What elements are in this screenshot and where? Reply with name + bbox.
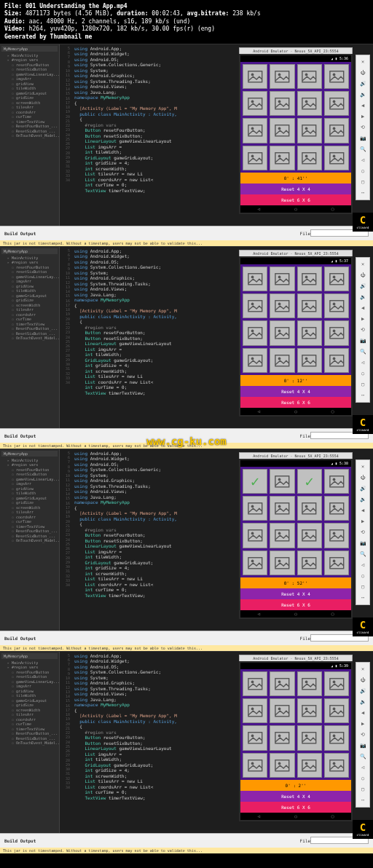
emulator-control[interactable]: ⏻ (359, 272, 366, 279)
recent-icon[interactable]: ▢ (331, 206, 334, 211)
memory-tile[interactable] (270, 469, 294, 494)
solution-explorer[interactable]: MyMemoryAppMainActivity#region varsreset… (0, 449, 60, 631)
emulator-control[interactable]: ◀ (359, 709, 366, 717)
solution-tab[interactable]: MyMemoryApp (1, 248, 58, 254)
emulator-control[interactable]: ⋯ (359, 594, 366, 601)
solution-explorer[interactable]: MyMemoryAppMainActivity#region varsreset… (0, 652, 60, 833)
reset-6x6-button[interactable]: Reset 6 X 6 (240, 599, 351, 610)
recent-icon[interactable]: ▢ (331, 409, 334, 414)
emulator-control[interactable]: ⏻ (359, 69, 366, 76)
emulator-control[interactable]: ✕ (359, 666, 366, 673)
emulator-control[interactable]: ⟲ (359, 529, 366, 536)
emulator-control[interactable]: 🔊 (359, 283, 366, 290)
emulator-control[interactable]: 📷 (359, 742, 366, 749)
build-output-panel[interactable]: Build Output File (0, 428, 373, 443)
build-output-panel[interactable]: Build Output File (0, 631, 373, 645)
emulator-control[interactable]: ○ (359, 572, 366, 580)
android-emulator[interactable]: ▮ 5:38 0' : 52'' Reset 4 X 4 Reset 6 X 6… (239, 459, 353, 619)
emulator-control[interactable]: ◀ (359, 507, 366, 514)
emulator-control[interactable]: ◁ (359, 157, 366, 164)
emulator-control[interactable]: 🔉 (359, 293, 366, 301)
memory-tile[interactable] (324, 753, 349, 778)
emulator-toolbar[interactable]: ✕⏻🔊🔉◀▶⟲📷🔍◁○▢⋯ (356, 55, 370, 200)
android-emulator[interactable]: ▮ 5:36 0' : 41'' Reset 4 X 4 Reset 6 X 6… (239, 54, 353, 214)
memory-tile[interactable] (270, 753, 294, 778)
memory-tile[interactable] (324, 320, 349, 345)
emulator-control[interactable]: ○ (359, 370, 366, 377)
emulator-control[interactable]: 🔊 (359, 687, 366, 695)
home-icon[interactable]: ○ (294, 206, 297, 211)
memory-tile[interactable] (243, 496, 267, 521)
memory-tile[interactable] (243, 698, 267, 723)
emulator-control[interactable]: ▶ (359, 720, 366, 727)
emulator-control[interactable]: 🔍 (359, 348, 366, 355)
emulator-control[interactable]: ▢ (359, 178, 366, 186)
android-emulator[interactable]: ▮ 5:39 0' : 2'' Reset 4 X 4 Reset 6 X 6 … (239, 661, 353, 821)
emulator-control[interactable]: 🔍 (359, 753, 366, 760)
memory-tile[interactable] (270, 551, 294, 575)
emulator-control[interactable]: ⋯ (359, 392, 366, 399)
memory-tile[interactable] (270, 496, 294, 521)
memory-tile[interactable] (297, 91, 322, 116)
tree-item[interactable]: OnTouchEvent_Model... (1, 538, 58, 543)
back-icon[interactable]: ◁ (258, 611, 261, 616)
emulator-control[interactable]: ◁ (359, 764, 366, 771)
memory-tile[interactable] (297, 146, 322, 170)
memory-tile[interactable] (243, 523, 267, 548)
memory-tile[interactable] (324, 146, 349, 170)
solution-tab[interactable]: MyMemoryApp (1, 653, 58, 659)
memory-tile[interactable] (243, 469, 267, 494)
memory-tile[interactable] (243, 725, 267, 750)
recent-icon[interactable]: ▢ (331, 813, 334, 818)
emulator-control[interactable]: ✕ (359, 58, 366, 66)
android-navbar[interactable]: ◁ ○ ▢ (240, 205, 351, 213)
emulator-control[interactable]: ✕ (359, 261, 366, 268)
emulator-control[interactable]: ▢ (359, 786, 366, 793)
home-icon[interactable]: ○ (294, 813, 297, 818)
back-icon[interactable]: ◁ (258, 206, 261, 211)
emulator-control[interactable]: 🔊 (359, 485, 366, 492)
memory-tile[interactable] (243, 91, 267, 116)
emulator-control[interactable]: ▶ (359, 315, 366, 323)
emulator-control[interactable]: 📷 (359, 337, 366, 344)
emulator-control[interactable]: 🔉 (359, 496, 366, 503)
reset-4x4-button[interactable]: Reset 4 X 4 (240, 791, 351, 802)
memory-tile[interactable] (324, 496, 349, 521)
memory-tile[interactable] (270, 64, 294, 89)
memory-tile[interactable] (297, 551, 322, 575)
android-navbar[interactable]: ◁ ○ ▢ (240, 813, 351, 820)
memory-tile[interactable] (297, 469, 322, 494)
emulator-control[interactable]: 📷 (359, 540, 366, 547)
emulator-control[interactable]: ▢ (359, 381, 366, 388)
memory-tile[interactable] (270, 146, 294, 170)
memory-tile[interactable] (297, 523, 322, 548)
recent-icon[interactable]: ▢ (331, 611, 334, 616)
back-icon[interactable]: ◁ (258, 813, 261, 818)
memory-tile[interactable] (324, 91, 349, 116)
memory-tile[interactable] (243, 267, 267, 291)
memory-tile[interactable] (243, 320, 267, 345)
home-icon[interactable]: ○ (294, 611, 297, 616)
memory-tile[interactable] (243, 671, 267, 696)
memory-tile[interactable] (324, 671, 349, 696)
memory-tile[interactable] (297, 118, 322, 143)
emulator-control[interactable]: ◁ (359, 561, 366, 569)
emulator-control[interactable]: ⏻ (359, 474, 366, 481)
android-navbar[interactable]: ◁ ○ ▢ (240, 408, 351, 415)
emulator-control[interactable]: ○ (359, 775, 366, 782)
build-output-panel[interactable]: Build Output File (0, 226, 373, 240)
memory-tile[interactable] (270, 118, 294, 143)
solution-tab[interactable]: MyMemoryApp (1, 46, 58, 52)
emulator-control[interactable]: 📷 (359, 135, 366, 142)
memory-tile[interactable] (270, 320, 294, 345)
emulator-control[interactable]: 🔉 (359, 698, 366, 706)
reset-6x6-button[interactable]: Reset 6 X 6 (240, 802, 351, 813)
memory-tile[interactable] (324, 293, 349, 318)
reset-4x4-button[interactable]: Reset 4 X 4 (240, 184, 351, 194)
emulator-control[interactable]: 🔍 (359, 551, 366, 558)
memory-tile[interactable] (297, 725, 322, 750)
memory-tile[interactable] (243, 348, 267, 373)
memory-tile[interactable] (270, 91, 294, 116)
memory-tile[interactable] (243, 118, 267, 143)
emulator-control[interactable]: ⟲ (359, 731, 366, 738)
